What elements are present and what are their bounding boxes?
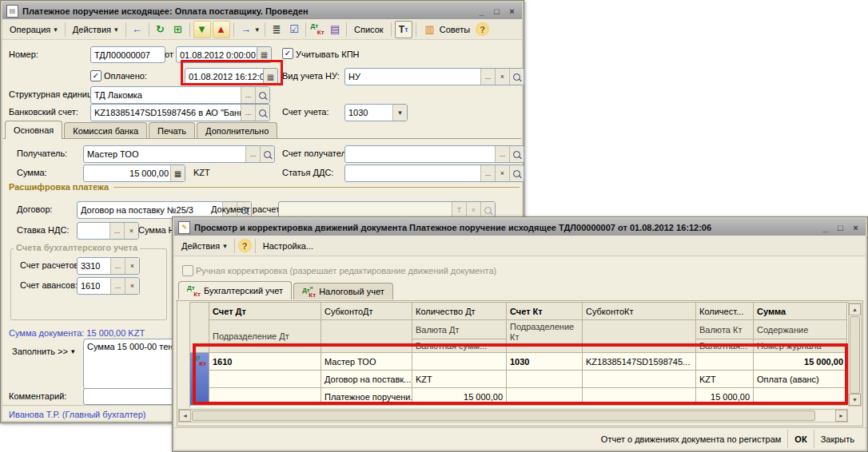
cell-subkonto-kt[interactable]: KZ18385147SD1598745... [583,353,696,371]
col-header[interactable]: Сумма [754,303,847,320]
advance-account-field[interactable]: 1610 ... × [77,277,140,295]
calculator-button[interactable]: ▦ [170,165,185,181]
vat-rate-field[interactable]: ... × [77,222,139,240]
select-button[interactable]: ... [245,146,260,162]
cell-currency-sum-dt[interactable]: 15 000,00 [412,388,507,406]
select-button[interactable]: ... [241,105,255,121]
payee-field[interactable]: Мастер ТОО ... [83,145,275,163]
cell-schet-kt[interactable]: 1030 [507,353,583,371]
reread-icon[interactable]: ↻ [153,22,169,38]
dds-item-field[interactable]: ... × [344,165,524,182]
journal-icon[interactable]: ▤ [327,22,343,38]
bank-account-field[interactable]: KZ18385147SD15987456 в АО "Банк ... [90,104,270,121]
cell-schet-dt[interactable]: 1610 [209,353,321,371]
amount-field[interactable]: 15 000,00 ▦ [83,165,185,182]
open-button[interactable] [480,202,495,218]
clear-button[interactable]: × [495,165,509,181]
col-subheader[interactable]: Валюта Кт [696,320,754,339]
maximize-button[interactable]: □ [834,222,846,233]
check-settings-icon[interactable]: ☑ [286,22,302,38]
cell[interactable] [754,388,847,406]
settings-button[interactable]: Настройка... [259,239,317,253]
copy-icon[interactable]: ⊞ [170,22,186,38]
minimize-button[interactable]: _ [476,6,488,17]
select-button[interactable]: ... [480,165,495,181]
close-button[interactable]: × [506,6,518,17]
tab-accounting[interactable]: ДтКт Бухгалтерский учет [178,281,292,299]
list-button[interactable]: Список [350,22,388,37]
cell-payment-doc[interactable]: Платежное поручени... [321,388,412,406]
col-header[interactable]: Количест... [696,303,754,320]
scroll-down-button[interactable]: ▼ [849,394,861,406]
scroll-thumb[interactable] [850,316,860,394]
col-subheader[interactable]: Подразделение Кт [507,320,583,353]
col-header[interactable]: СубконтоКт [583,303,696,320]
operation-menu-button[interactable]: Операция ▾ [6,22,62,37]
kpn-checkbox[interactable]: ✓ [282,48,293,59]
cell[interactable] [507,388,583,406]
tab-bank-commission[interactable]: Комиссия банка [64,122,147,139]
document-structure-icon[interactable]: ≣ [269,22,285,38]
col-header[interactable]: Количество Дт [412,303,507,320]
settlement-account-field[interactable]: 3310 ... × [77,257,140,275]
post-and-close-icon[interactable]: ← [129,22,145,38]
cell-currency-dt[interactable]: KZT [412,371,507,388]
payment-order-titlebar[interactable]: ▤ Платежное поручение исходящее: Оплата … [2,2,522,19]
paid-date-field[interactable]: 01.08.2012 16:12:06 [185,68,267,85]
combo-dropdown-button[interactable]: ▾ [392,105,407,121]
scroll-left-button[interactable]: ◄ [179,410,191,422]
register-report-button[interactable]: Отчет о движениях документа по регистрам [595,432,788,446]
col-subheader[interactable]: Подразделение Дт [209,320,321,353]
close-window-button[interactable]: Закрыть [814,432,861,446]
help-icon[interactable]: ? [238,239,252,252]
clear-button[interactable]: × [466,202,480,218]
col-header[interactable]: Счет Дт [209,303,321,320]
cell-currency-sum-kt[interactable]: 15 000,00 [696,388,754,406]
maximize-button[interactable]: □ [491,6,503,17]
ok-button[interactable]: ОК [788,432,813,446]
select-button[interactable]: ... [110,258,125,274]
cell-contract[interactable]: Договор на поставк... [321,371,412,388]
tips-button[interactable]: ▥ Советы [420,21,474,38]
cell-summa[interactable]: 15 000,00 [754,353,847,371]
col-subheader[interactable]: Номер журнала [754,339,847,353]
unpost-document-icon[interactable]: ▲ [213,21,230,38]
row-selector[interactable]: ДтКт [190,353,209,406]
calendar-button[interactable]: ▦ [263,68,278,85]
cell[interactable] [209,371,321,388]
help-icon[interactable]: ? [476,22,489,36]
open-button[interactable] [509,69,524,85]
scroll-thumb[interactable] [192,410,815,421]
open-button[interactable] [509,146,524,162]
clear-button[interactable]: × [495,69,509,85]
dt-kt-movements-icon[interactable]: ДтКт [309,22,325,38]
clear-button[interactable]: × [125,278,139,294]
col-header[interactable]: СубконтоДт [321,303,412,320]
number-field[interactable]: ТДЛ00000007 [90,46,165,63]
scroll-up-button[interactable]: ▲ [849,303,861,315]
open-button[interactable] [255,105,269,121]
select-button[interactable]: ... [109,223,124,239]
actions-menu-button[interactable]: Действия ▾ [69,22,122,37]
document-date-field[interactable]: 01.08.2012 0:00:00 [176,46,261,63]
tab-main[interactable]: Основная [5,121,62,139]
tab-print[interactable]: Печать [149,122,195,139]
vertical-scrollbar[interactable]: ▲ ▼ [848,303,862,406]
cell-subkonto-dt[interactable]: Мастер ТОО [321,353,412,371]
movements-titlebar[interactable]: ✎ Просмотр и корректировка движений доку… [174,219,866,236]
cell-currency-kt[interactable]: KZT [696,371,754,388]
payee-account-field[interactable]: ... [344,145,524,163]
col-subheader[interactable]: Валютная... [696,339,754,353]
tab-additional[interactable]: Дополнительно [197,122,277,139]
col-subheader[interactable]: Валютная сумм... [412,339,507,353]
cell[interactable] [412,353,507,371]
tab-tax-accounting[interactable]: ДтнКт Налоговый учет [293,283,393,299]
manual-adjustment-checkbox[interactable] [182,265,193,276]
paid-checkbox[interactable]: ✓ [90,70,102,81]
cell[interactable] [583,388,696,406]
post-document-icon[interactable]: ▼ [193,21,211,38]
calendar-button[interactable]: ▦ [257,46,272,63]
select-button[interactable]: ... [495,146,509,162]
clear-button[interactable]: × [125,258,139,274]
open-button[interactable] [255,87,269,103]
